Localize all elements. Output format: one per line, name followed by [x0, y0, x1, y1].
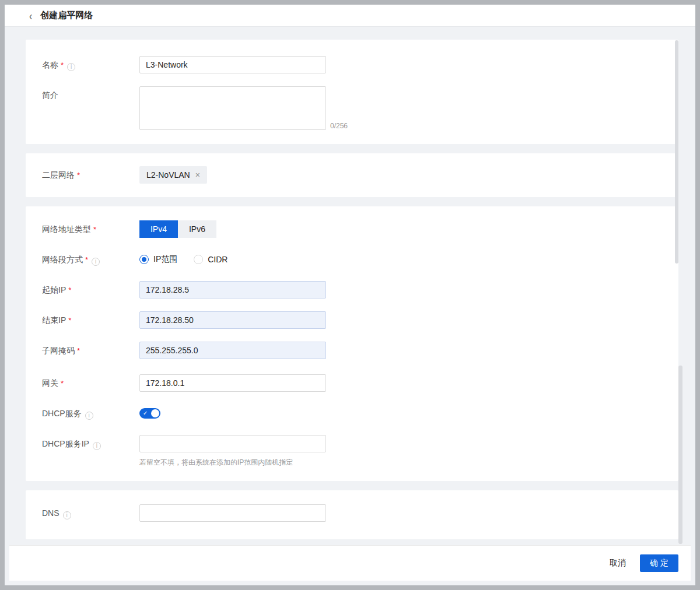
start-ip-input[interactable]	[139, 281, 326, 298]
section-network-config: 网络地址类型* IPv4 IPv6 网络段方式*i IP范围	[26, 206, 678, 481]
cancel-button[interactable]: 取消	[610, 558, 626, 568]
gateway-input[interactable]	[139, 374, 326, 392]
dialog-footer: 取消 确 定	[9, 545, 691, 581]
info-icon[interactable]: i	[67, 63, 75, 71]
page-title: 创建扁平网络	[40, 10, 93, 21]
address-type-label: 网络地址类型*	[42, 220, 139, 236]
char-counter: 0/256	[330, 122, 348, 130]
required-mark: *	[61, 61, 64, 69]
field-row-netmask: 子网掩码*	[42, 342, 662, 359]
ipv6-option[interactable]: IPv6	[178, 220, 216, 238]
segment-mode-label: 网络段方式*i	[42, 251, 139, 266]
dialog-header: ‹ 创建扁平网络	[5, 5, 695, 27]
section-l2-network: 二层网络* L2-NoVLAN ×	[26, 153, 678, 197]
dhcp-label: DHCP服务i	[42, 405, 139, 420]
cidr-radio-label: CIDR	[208, 255, 228, 264]
required-mark: *	[61, 379, 64, 388]
radio-selected-icon	[139, 255, 149, 264]
name-input[interactable]	[139, 56, 326, 73]
info-icon[interactable]: i	[93, 442, 101, 450]
info-icon[interactable]: i	[92, 258, 100, 266]
cidr-radio[interactable]: CIDR	[194, 255, 228, 264]
toggle-check-icon: ✓	[143, 409, 148, 417]
back-icon[interactable]: ‹	[29, 9, 32, 22]
confirm-button[interactable]: 确 定	[640, 554, 678, 572]
toggle-knob	[151, 409, 159, 417]
netmask-label: 子网掩码*	[42, 342, 139, 357]
radio-unselected-icon	[194, 255, 203, 264]
ip-range-radio-label: IP范围	[153, 254, 177, 265]
section-basic: 名称*i 简介 0/256	[26, 40, 678, 144]
start-ip-label: 起始IP*	[42, 281, 139, 296]
ip-range-radio[interactable]: IP范围	[139, 254, 177, 265]
required-mark: *	[85, 255, 88, 264]
ipv4-option[interactable]: IPv4	[139, 220, 178, 238]
required-mark: *	[77, 346, 80, 355]
dhcp-ip-input[interactable]	[139, 435, 326, 452]
field-row-dhcp: DHCP服务i ✓	[42, 405, 662, 420]
required-mark: *	[77, 171, 80, 180]
dns-label: DNSi	[42, 504, 139, 519]
create-flat-network-dialog: ‹ 创建扁平网络 名称*i 简介 0/256	[0, 0, 700, 590]
address-type-segmented: IPv4 IPv6	[139, 220, 216, 238]
field-row-description: 简介 0/256	[42, 86, 662, 130]
info-icon[interactable]: i	[63, 511, 71, 519]
description-textarea[interactable]	[139, 86, 326, 130]
field-row-l2-network: 二层网络* L2-NoVLAN ×	[42, 166, 662, 184]
field-row-name: 名称*i	[42, 56, 662, 73]
tag-remove-icon[interactable]: ×	[195, 171, 200, 179]
dhcp-ip-label: DHCP服务IPi	[42, 435, 139, 450]
required-mark: *	[93, 225, 96, 234]
name-label: 名称*i	[42, 56, 139, 71]
section-dns: DNSi	[26, 490, 678, 539]
required-mark: *	[68, 286, 71, 294]
end-ip-input[interactable]	[139, 311, 326, 329]
inner-scrollbar-thumb[interactable]	[675, 40, 678, 264]
l2-network-label: 二层网络*	[42, 166, 139, 181]
l2-network-tag-label: L2-NoVLAN	[146, 170, 190, 180]
gateway-label: 网关*	[42, 374, 139, 389]
field-row-start-ip: 起始IP*	[42, 281, 662, 298]
dhcp-toggle[interactable]: ✓	[139, 408, 160, 419]
field-row-segment-mode: 网络段方式*i IP范围 CIDR	[42, 251, 662, 268]
dns-input[interactable]	[139, 504, 326, 522]
field-row-dns: DNSi	[42, 504, 662, 522]
l2-network-tag[interactable]: L2-NoVLAN ×	[139, 166, 207, 184]
info-icon[interactable]: i	[85, 412, 93, 420]
outer-scrollbar-thumb[interactable]	[678, 366, 682, 544]
field-row-address-type: 网络地址类型* IPv4 IPv6	[42, 220, 662, 238]
netmask-input[interactable]	[139, 342, 326, 359]
dhcp-ip-hint: 若留空不填，将由系统在添加的IP范围内随机指定	[139, 458, 326, 467]
field-row-gateway: 网关*	[42, 374, 662, 392]
end-ip-label: 结束IP*	[42, 311, 139, 326]
field-row-end-ip: 结束IP*	[42, 311, 662, 329]
description-label: 简介	[42, 86, 139, 101]
field-row-dhcp-ip: DHCP服务IPi 若留空不填，将由系统在添加的IP范围内随机指定	[42, 435, 662, 467]
dialog-body: 名称*i 简介 0/256 二层网络*	[5, 27, 695, 549]
required-mark: *	[68, 316, 71, 325]
segment-mode-radios: IP范围 CIDR	[139, 251, 244, 268]
